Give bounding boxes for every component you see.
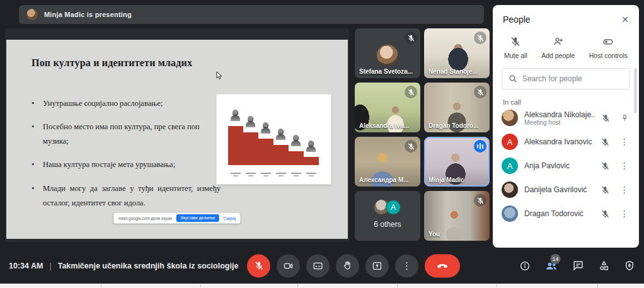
idol-captions — [228, 173, 319, 176]
add-people-button[interactable]: Add people — [541, 36, 575, 59]
idol-portrait — [291, 135, 301, 146]
tile-name: Александра М... — [359, 176, 409, 183]
avatar — [502, 181, 518, 198]
more-options-icon[interactable]: ⋮ — [620, 137, 629, 147]
present-icon — [372, 260, 382, 271]
participant-row[interactable]: Dragan Todorović ⋮ — [493, 202, 639, 226]
hide-banner-link[interactable]: Сакриј — [223, 216, 236, 221]
tile-name: Minja Madic — [428, 176, 464, 183]
participant-name: Aleksandra Ivanovic — [524, 137, 594, 146]
leave-call-button[interactable] — [425, 254, 460, 277]
shield-lock-icon — [624, 260, 635, 272]
camera-toggle-button[interactable] — [277, 254, 300, 277]
more-options-button[interactable]: ⋮ — [395, 254, 418, 277]
in-call-label: In call — [503, 98, 629, 106]
chat-panel-button[interactable] — [572, 260, 584, 272]
idol-portrait — [261, 122, 270, 134]
tile-others-overflow[interactable]: A 6 others — [355, 191, 420, 241]
mic-muted-icon — [405, 140, 417, 153]
tile-dragan[interactable]: Dragan Todoro... — [424, 83, 490, 132]
presenter-avatar — [26, 9, 38, 20]
people-panel: People ✕ Mute all Add people Host contro… — [493, 5, 639, 248]
people-panel-title: People — [503, 14, 531, 25]
tile-aleksandra-m[interactable]: Александра М... — [355, 137, 420, 187]
tile-minja-presenting[interactable]: Minja Madic — [424, 137, 490, 187]
avatar: A — [386, 200, 401, 215]
mic-muted-icon — [405, 32, 417, 44]
more-options-icon[interactable]: ⋮ — [620, 161, 629, 171]
idol-portrait — [306, 141, 316, 152]
mute-all-button[interactable]: Mute all — [504, 36, 527, 59]
participant-name: Anja Pavlovic — [524, 161, 594, 170]
participant-name: Danijela Gavrilović — [524, 185, 594, 194]
participant-count-badge: 14 — [550, 254, 560, 264]
more-options-icon[interactable]: ⋮ — [620, 209, 629, 219]
people-search[interactable] — [502, 68, 630, 89]
mic-muted-icon — [474, 86, 486, 98]
stop-sharing-button[interactable]: Заустави дељење — [176, 214, 219, 222]
tile-you[interactable]: You — [424, 191, 490, 241]
mic-off-icon — [510, 36, 521, 47]
slide-bullets: Унутрашње социјално раслојавање; Посебно… — [32, 96, 221, 219]
participant-row[interactable]: A Aleksandra Ivanovic ⋮ — [493, 130, 639, 154]
participant-role: Meeting host — [524, 119, 595, 126]
mic-off-icon — [601, 209, 610, 219]
mic-off-icon — [601, 137, 610, 147]
avatar — [502, 110, 518, 126]
participant-list: Aleksandra Nikolaje... (You) Meeting hos… — [493, 108, 639, 228]
more-options-icon[interactable]: ⋮ — [620, 185, 629, 195]
participant-tiles-grid: Stefana Svetoza... Nenad Stanoje... Alek… — [355, 28, 490, 241]
activities-button[interactable] — [598, 260, 610, 272]
people-panel-button[interactable]: 14 — [544, 260, 558, 272]
camera-icon — [283, 260, 294, 271]
end-call-icon — [436, 260, 449, 272]
captions-button[interactable] — [306, 254, 330, 277]
idol-portrait — [231, 110, 240, 121]
share-banner-text: meet.google.com дели екран — [118, 216, 172, 221]
chat-icon — [572, 260, 584, 272]
presentation-stage: Поп култура и идентитети младих Унутрашњ… — [5, 28, 349, 242]
presenting-notification: Minja Madic is presenting — [19, 5, 484, 24]
participant-row[interactable]: Danijela Gavrilović ⋮ — [493, 178, 639, 202]
meeting-details-button[interactable] — [519, 260, 531, 272]
mouse-cursor — [216, 71, 222, 80]
search-icon — [509, 74, 517, 83]
host-controls-shield-button[interactable] — [624, 260, 635, 272]
participant-row[interactable]: A Anja Pavlovic ⋮ — [493, 154, 639, 178]
idol-portrait — [246, 116, 255, 127]
meeting-name-label: Takmičenje učenika srednjih škola iz soc… — [58, 262, 239, 270]
others-count-label: 6 others — [374, 220, 401, 229]
slide-title: Поп култура и идентитети младих — [32, 57, 192, 69]
tile-name: Dragan Todoro... — [428, 122, 478, 129]
tile-stefana[interactable]: Stefana Svetoza... — [355, 28, 420, 78]
search-input[interactable] — [522, 74, 617, 83]
speaking-indicator-icon — [474, 140, 486, 153]
raise-hand-button[interactable] — [336, 254, 359, 277]
mic-off-icon — [601, 185, 610, 195]
mic-toggle-button[interactable] — [247, 254, 270, 277]
tile-name: Aleksandra Iva... — [359, 122, 409, 129]
host-controls-button[interactable]: Host controls — [589, 36, 628, 59]
tile-name: Stefana Svetoza... — [359, 68, 413, 75]
tile-nenad[interactable]: Nenad Stanoje... — [424, 28, 490, 78]
participant-row[interactable]: Dragana Rašić ⋮ — [493, 226, 639, 228]
present-screen-button[interactable] — [365, 254, 389, 277]
close-icon[interactable]: ✕ — [621, 14, 629, 25]
shared-slide: Поп култура и идентитети младих Унутрашњ… — [6, 40, 348, 239]
hand-icon — [343, 261, 353, 271]
info-icon — [519, 260, 531, 272]
divider: | — [49, 262, 51, 270]
mic-muted-icon — [474, 194, 486, 207]
slide-bullet: Наша култура постаје мета урушавања; — [32, 158, 221, 172]
pin-icon[interactable] — [621, 113, 629, 123]
participant-name: Dragan Todorović — [524, 209, 594, 218]
idol-portrait — [276, 129, 285, 140]
tile-aleksandra-iva[interactable]: Aleksandra Iva... — [355, 83, 420, 132]
participant-name: Aleksandra Nikolaje... (You) — [524, 110, 595, 119]
panel-scrollbar[interactable] — [634, 68, 637, 113]
activities-icon — [598, 260, 610, 272]
avatar — [377, 45, 398, 66]
others-avatars: A — [374, 200, 401, 215]
participant-row-host[interactable]: Aleksandra Nikolaje... (You) Meeting hos… — [493, 108, 639, 130]
mic-off-icon — [601, 113, 611, 123]
